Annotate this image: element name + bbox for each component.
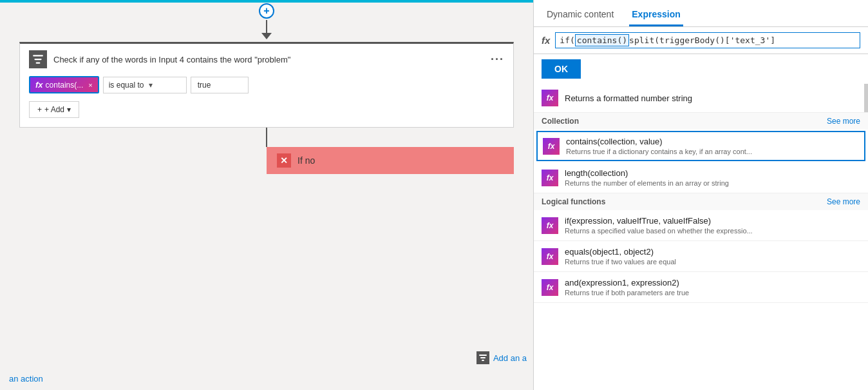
fn-icon-number: fx — [542, 90, 558, 106]
add-action-left-label: an action — [9, 374, 43, 384]
fx-chip-label: fx — [35, 80, 43, 90]
connector-arrow — [0, 33, 533, 39]
svg-rect-2 — [36, 63, 41, 64]
svg-rect-4 — [480, 357, 486, 358]
action-filter-icon — [476, 351, 489, 364]
fn-icon-and: fx — [542, 279, 558, 296]
operator-dropdown[interactable]: is equal to ▾ — [103, 77, 187, 93]
fn-name-length: length(collection) — [565, 168, 860, 178]
connector-line-2 — [266, 128, 267, 147]
fn-icon-equals: fx — [542, 248, 558, 265]
condition-title: Check if any of the words in Input 4 con… — [53, 55, 484, 64]
fn-content-length: length(collection) Returns the number of… — [565, 168, 860, 187]
fn-desc-length: Returns the number of elements in an arr… — [565, 179, 860, 187]
fn-desc-contains: Returns true if a dictionary contains a … — [566, 148, 859, 155]
section-header-collection: Collection See more — [534, 113, 868, 130]
add-action-icon — [479, 354, 487, 362]
tab-expression[interactable]: Expression — [629, 5, 683, 26]
connector-line — [266, 20, 267, 33]
fn-item-contains[interactable]: fx contains(collection, value) Returns t… — [536, 131, 865, 161]
add-action-left[interactable]: an action — [9, 374, 43, 384]
fn-content-and: and(expression1, expression2) Returns tr… — [565, 278, 860, 297]
condition-block: Check if any of the words in Input 4 con… — [19, 42, 514, 128]
fn-item-and[interactable]: fx and(expression1, expression2) Returns… — [534, 272, 868, 303]
fn-content-if: if(expression, valueIfTrue, valueIfFalse… — [565, 216, 860, 235]
tabs-row: Dynamic content Expression — [534, 0, 868, 27]
fn-content-equals: equals(object1, object2) Returns true if… — [565, 247, 860, 266]
fx-chip[interactable]: fx contains(... × — [29, 76, 99, 93]
fn-name-and: and(expression1, expression2) — [565, 278, 860, 288]
fn-desc-equals: Returns true if two values are equal — [565, 258, 860, 266]
svg-rect-5 — [482, 360, 484, 361]
add-action-right[interactable]: Add an a — [476, 351, 527, 364]
collection-see-more[interactable]: See more — [827, 117, 860, 126]
scrollbar[interactable] — [864, 84, 868, 112]
expression-bar: fx if(contains()split(triggerBody()['tex… — [534, 27, 868, 54]
fn-icon-length: fx — [542, 170, 558, 186]
fn-item-equals[interactable]: fx equals(object1, object2) Returns true… — [534, 241, 868, 272]
condition-header: Check if any of the words in Input 4 con… — [29, 50, 504, 68]
section-header-logical: Logical functions See more — [534, 193, 868, 210]
if-no-header: ✕ If no — [267, 147, 514, 174]
fn-desc-and: Returns true if both parameters are true — [565, 289, 860, 297]
svg-rect-0 — [33, 55, 43, 56]
if-no-x-icon: ✕ — [277, 153, 291, 168]
fn-desc-if: Returns a specified value based on wheth… — [565, 227, 860, 235]
connector-top: + — [0, 0, 533, 19]
fx-chip-close[interactable]: × — [88, 81, 92, 89]
add-label: + Add — [44, 105, 64, 114]
fx-icon-label: fx — [542, 35, 550, 46]
fn-name-number: Returns a formatted number string — [565, 93, 860, 103]
filter-icon — [32, 54, 44, 65]
logical-see-more[interactable]: See more — [827, 197, 860, 206]
condition-row: fx contains(... × is equal to ▾ true — [29, 76, 504, 93]
function-list: fx Returns a formatted number string Col… — [534, 84, 868, 390]
fn-item-length[interactable]: fx length(collection) Returns the number… — [534, 162, 868, 193]
left-panel: + Check if any of the words in Input 4 c… — [0, 0, 533, 390]
fn-name-equals: equals(object1, object2) — [565, 247, 860, 257]
tab-dynamic-content[interactable]: Dynamic content — [544, 5, 616, 26]
collection-section-label: Collection — [542, 117, 579, 126]
logical-section-label: Logical functions — [542, 197, 605, 206]
add-chevron-icon: ▾ — [67, 105, 71, 114]
add-connector-circle[interactable]: + — [259, 3, 274, 19]
fn-content-number: Returns a formatted number string — [565, 93, 860, 103]
operator-label: is equal to — [109, 81, 144, 90]
expression-highlight: contains() — [575, 34, 629, 46]
right-panel: Dynamic content Expression fx if(contain… — [533, 0, 868, 390]
fn-name-if: if(expression, valueIfTrue, valueIfFalse… — [565, 216, 860, 226]
arrow-down-icon — [261, 33, 272, 39]
plus-icon: + — [37, 105, 42, 114]
expression-input[interactable]: if(contains()split(triggerBody()['text_3… — [555, 32, 860, 48]
fn-icon-contains: fx — [543, 138, 560, 155]
condition-menu-button[interactable]: ··· — [491, 53, 504, 66]
svg-rect-1 — [34, 59, 41, 60]
condition-icon — [29, 50, 47, 68]
add-button[interactable]: + + Add ▾ — [29, 101, 79, 118]
fn-item-if[interactable]: fx if(expression, valueIfTrue, valueIfFa… — [534, 210, 868, 241]
if-no-label: If no — [297, 155, 315, 166]
value-input[interactable]: true — [191, 77, 249, 93]
fn-content-contains: contains(collection, value) Returns true… — [566, 137, 859, 155]
chevron-down-icon: ▾ — [149, 81, 153, 90]
fn-name-contains: contains(collection, value) — [566, 137, 859, 146]
fn-item-number-string[interactable]: fx Returns a formatted number string — [534, 84, 868, 113]
fn-icon-if: fx — [542, 217, 558, 234]
svg-rect-3 — [479, 355, 487, 356]
teal-top-bar — [0, 0, 533, 3]
add-action-right-label: Add an a — [493, 353, 527, 363]
ok-button[interactable]: OK — [542, 59, 581, 79]
fx-chip-text: contains(... — [46, 81, 84, 90]
